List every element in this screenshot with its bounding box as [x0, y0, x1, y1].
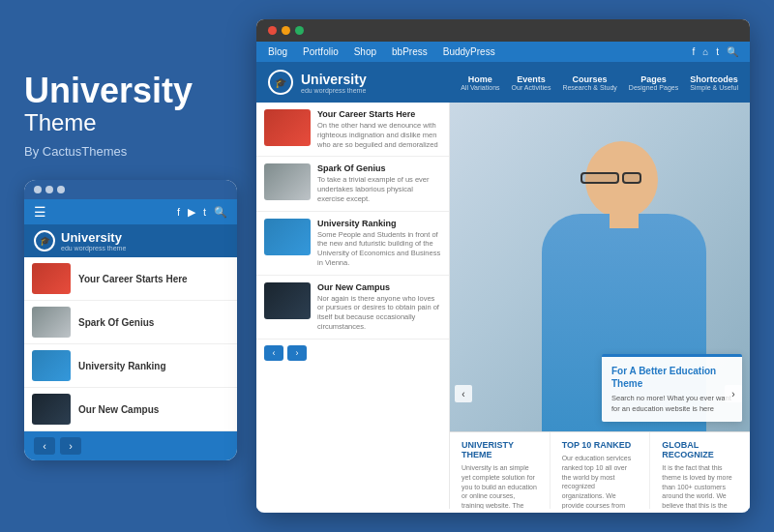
nav-item-shortcodes[interactable]: Shortcodes Simple & Useful [690, 74, 738, 91]
desktop-list-title-4: Our New Campus [317, 282, 441, 292]
hero-cta-title: For A Better Education Theme [611, 365, 732, 390]
theme-title: University Theme [24, 72, 237, 137]
menu-item-bbpress[interactable]: bbPress [392, 46, 428, 57]
twitter-icon: t [203, 206, 206, 218]
desktop-list-item-1: Your Career Starts Here On the other han… [256, 103, 449, 157]
desktop-list-title-3: University Ranking [317, 219, 441, 228]
desktop-list-item-4: Our New Campus Nor again is there anyone… [256, 276, 449, 340]
mobile-item-label-3: University Ranking [78, 360, 166, 372]
desktop-sidebar-list: Your Career Starts Here On the other han… [256, 103, 450, 509]
mobile-brand-bar: 🎓 University edu wordpress theme [24, 224, 237, 257]
search-icon[interactable]: 🔍 [727, 46, 738, 57]
desktop-list-content-4: Our New Campus Nor again is there anyone… [317, 282, 441, 332]
hero-cta-box: For A Better Education Theme Search no m… [602, 354, 742, 422]
desktop-hero: For A Better Education Theme Search no m… [450, 103, 750, 509]
desktop-mockup: Blog Portfolio Shop bbPress BuddyPress f… [256, 19, 750, 513]
mobile-thumb-2 [32, 307, 71, 338]
desktop-list-desc-2: To take a trivial example of us ever und… [317, 175, 441, 203]
mobile-list-item: Your Career Starts Here [24, 257, 237, 301]
footer-title-1: UNIVERISTY THEME [461, 440, 538, 459]
home-icon: ⌂ [702, 46, 708, 57]
desktop-top-bar [256, 19, 750, 42]
desktop-list-desc-3: Some People and Students in front of the… [317, 230, 441, 268]
youtube-icon: ▶ [188, 206, 195, 219]
fb-icon: f [692, 46, 695, 57]
desktop-thumb-2 [264, 163, 311, 200]
mobile-item-label-1: Your Career Starts Here [78, 273, 188, 285]
mobile-nav-icons: f ▶ t 🔍 [177, 206, 227, 219]
list-next-arrow[interactable]: › [287, 345, 307, 361]
nav-item-courses[interactable]: Courses Research & Study [562, 74, 616, 91]
desktop-dot-yellow [282, 26, 290, 35]
desktop-list-title-2: Spark Of Genius [317, 163, 441, 173]
nav-item-events[interactable]: Events Our Activities [512, 74, 551, 91]
left-panel: University Theme By CactusThemes ☰ f ▶ t… [24, 72, 237, 461]
desktop-dot-red [268, 26, 277, 35]
hero-next-button[interactable]: › [725, 385, 742, 402]
footer-col-3: GLOBAL RECOGNIZE It is the fact that thi… [650, 432, 750, 509]
hamburger-icon: ☰ [34, 204, 46, 220]
desktop-list-arrows: ‹ › [256, 340, 449, 367]
desktop-thumb-1 [264, 109, 311, 146]
person-glasses [580, 172, 619, 184]
mobile-item-label-4: Our New Campus [78, 403, 159, 416]
mobile-list-item: University Ranking [24, 344, 237, 388]
mobile-top-bar [24, 180, 237, 199]
desktop-list-item-2: Spark Of Genius To take a trivial exampl… [256, 157, 449, 211]
menu-item-buddypress[interactable]: BuddyPress [443, 46, 495, 57]
menu-item-portfolio[interactable]: Portfolio [303, 46, 339, 57]
desktop-body: Your Career Starts Here On the other han… [256, 103, 750, 509]
desktop-list-desc-4: Nor again is there anyone who loves or p… [317, 294, 441, 332]
facebook-icon: f [177, 206, 180, 218]
hero-cta-text: Search no more! What you ever want for a… [611, 394, 732, 414]
desktop-brand: 🎓 University edu wordpress theme [268, 70, 367, 95]
hero-prev-button[interactable]: ‹ [455, 385, 472, 402]
desktop-header: 🎓 University edu wordpress theme Home Al… [256, 62, 750, 103]
person-neck [610, 209, 639, 228]
twitter-icon: t [716, 46, 719, 57]
subtitle-text: Theme [24, 109, 237, 136]
desktop-menu-bar: Blog Portfolio Shop bbPress BuddyPress f… [256, 42, 750, 62]
nav-item-home[interactable]: Home All Variations [461, 74, 499, 91]
footer-text-1: University is an simple yet complete sol… [461, 463, 538, 509]
mobile-thumb-1 [32, 263, 71, 294]
desktop-list-content-1: Your Career Starts Here On the other han… [317, 109, 441, 149]
footer-text-3: It is the fact that this theme is loved … [662, 463, 738, 509]
nav-item-pages[interactable]: Pages Designed Pages [629, 74, 678, 91]
desktop-list-content-2: Spark Of Genius To take a trivial exampl… [317, 163, 441, 203]
prev-arrow[interactable]: ‹ [34, 437, 55, 455]
footer-col-1: UNIVERISTY THEME University is an simple… [450, 432, 551, 509]
mobile-nav-bar: ☰ f ▶ t 🔍 [24, 199, 237, 224]
desktop-dot-green [295, 26, 304, 35]
mobile-dot-2 [45, 186, 53, 193]
desktop-thumb-3 [264, 219, 311, 255]
desktop-brand-name: University [301, 72, 367, 87]
person-glasses-2 [622, 172, 641, 184]
footer-col-2: TOP 10 RANKED Our education services ran… [551, 432, 651, 509]
menu-item-blog[interactable]: Blog [268, 46, 287, 57]
mobile-dot-3 [57, 186, 65, 193]
mobile-brand-sub: edu wordpress theme [61, 245, 126, 251]
mobile-dot-1 [34, 186, 42, 193]
mobile-thumb-3 [32, 350, 71, 381]
desktop-brand-logo: 🎓 [268, 70, 293, 95]
desktop-list-content-3: University Ranking Some People and Stude… [317, 219, 441, 268]
mobile-list-item: Our New Campus [24, 388, 237, 431]
footer-title-2: TOP 10 RANKED [562, 440, 639, 450]
next-arrow[interactable]: › [60, 437, 81, 455]
desktop-brand-sub: edu wordpress theme [301, 87, 367, 94]
search-icon[interactable]: 🔍 [214, 206, 227, 219]
footer-title-3: GLOBAL RECOGNIZE [662, 440, 738, 459]
mobile-brand-name: University [61, 230, 126, 245]
mobile-brand-logo: 🎓 [34, 230, 55, 251]
mobile-thumb-4 [32, 394, 71, 425]
desktop-thumb-4 [264, 282, 311, 319]
desktop-list-item-3: University Ranking Some People and Stude… [256, 212, 449, 276]
desktop-nav: Home All Variations Events Our Activitie… [461, 74, 738, 91]
author-text: By CactusThemes [24, 144, 237, 159]
menu-item-shop[interactable]: Shop [354, 46, 376, 57]
title-text: University [24, 72, 237, 110]
mobile-list-item: Spark Of Genius [24, 301, 237, 344]
desktop-menu-icons: f ⌂ t 🔍 [692, 46, 738, 57]
list-prev-arrow[interactable]: ‹ [264, 345, 283, 361]
